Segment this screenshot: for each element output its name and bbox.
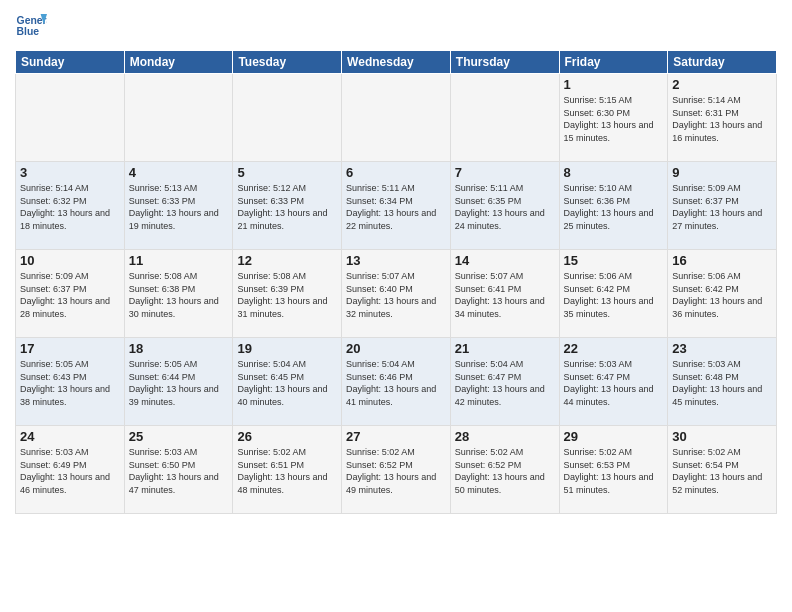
day-info: Sunrise: 5:10 AMSunset: 6:36 PMDaylight:… — [564, 182, 664, 232]
calendar-cell: 4Sunrise: 5:13 AMSunset: 6:33 PMDaylight… — [124, 162, 233, 250]
weekday-monday: Monday — [124, 51, 233, 74]
day-info: Sunrise: 5:08 AMSunset: 6:38 PMDaylight:… — [129, 270, 229, 320]
day-info: Sunrise: 5:07 AMSunset: 6:40 PMDaylight:… — [346, 270, 446, 320]
day-info: Sunrise: 5:02 AMSunset: 6:51 PMDaylight:… — [237, 446, 337, 496]
day-info: Sunrise: 5:11 AMSunset: 6:35 PMDaylight:… — [455, 182, 555, 232]
weekday-thursday: Thursday — [450, 51, 559, 74]
day-number: 30 — [672, 429, 772, 444]
weekday-sunday: Sunday — [16, 51, 125, 74]
logo: General Blue — [15, 10, 47, 42]
calendar-week-4: 17Sunrise: 5:05 AMSunset: 6:43 PMDayligh… — [16, 338, 777, 426]
calendar-cell — [16, 74, 125, 162]
day-number: 26 — [237, 429, 337, 444]
calendar-week-1: 1Sunrise: 5:15 AMSunset: 6:30 PMDaylight… — [16, 74, 777, 162]
day-number: 6 — [346, 165, 446, 180]
calendar-cell: 27Sunrise: 5:02 AMSunset: 6:52 PMDayligh… — [342, 426, 451, 514]
day-info: Sunrise: 5:02 AMSunset: 6:52 PMDaylight:… — [346, 446, 446, 496]
day-number: 12 — [237, 253, 337, 268]
calendar-cell: 3Sunrise: 5:14 AMSunset: 6:32 PMDaylight… — [16, 162, 125, 250]
calendar-cell: 23Sunrise: 5:03 AMSunset: 6:48 PMDayligh… — [668, 338, 777, 426]
calendar-cell: 25Sunrise: 5:03 AMSunset: 6:50 PMDayligh… — [124, 426, 233, 514]
calendar-cell: 1Sunrise: 5:15 AMSunset: 6:30 PMDaylight… — [559, 74, 668, 162]
day-number: 10 — [20, 253, 120, 268]
calendar-cell: 18Sunrise: 5:05 AMSunset: 6:44 PMDayligh… — [124, 338, 233, 426]
day-info: Sunrise: 5:15 AMSunset: 6:30 PMDaylight:… — [564, 94, 664, 144]
day-number: 18 — [129, 341, 229, 356]
svg-text:Blue: Blue — [17, 26, 40, 37]
calendar-body: 1Sunrise: 5:15 AMSunset: 6:30 PMDaylight… — [16, 74, 777, 514]
day-info: Sunrise: 5:05 AMSunset: 6:44 PMDaylight:… — [129, 358, 229, 408]
calendar-cell — [450, 74, 559, 162]
day-info: Sunrise: 5:03 AMSunset: 6:48 PMDaylight:… — [672, 358, 772, 408]
day-number: 4 — [129, 165, 229, 180]
day-number: 17 — [20, 341, 120, 356]
calendar-cell: 7Sunrise: 5:11 AMSunset: 6:35 PMDaylight… — [450, 162, 559, 250]
calendar-week-3: 10Sunrise: 5:09 AMSunset: 6:37 PMDayligh… — [16, 250, 777, 338]
day-info: Sunrise: 5:03 AMSunset: 6:47 PMDaylight:… — [564, 358, 664, 408]
day-number: 14 — [455, 253, 555, 268]
day-info: Sunrise: 5:11 AMSunset: 6:34 PMDaylight:… — [346, 182, 446, 232]
day-number: 28 — [455, 429, 555, 444]
calendar-week-2: 3Sunrise: 5:14 AMSunset: 6:32 PMDaylight… — [16, 162, 777, 250]
day-info: Sunrise: 5:06 AMSunset: 6:42 PMDaylight:… — [672, 270, 772, 320]
day-info: Sunrise: 5:09 AMSunset: 6:37 PMDaylight:… — [672, 182, 772, 232]
day-number: 15 — [564, 253, 664, 268]
calendar-cell: 14Sunrise: 5:07 AMSunset: 6:41 PMDayligh… — [450, 250, 559, 338]
day-number: 19 — [237, 341, 337, 356]
weekday-header-row: SundayMondayTuesdayWednesdayThursdayFrid… — [16, 51, 777, 74]
day-number: 29 — [564, 429, 664, 444]
page-header: General Blue — [15, 10, 777, 42]
weekday-tuesday: Tuesday — [233, 51, 342, 74]
calendar-cell: 2Sunrise: 5:14 AMSunset: 6:31 PMDaylight… — [668, 74, 777, 162]
day-number: 20 — [346, 341, 446, 356]
day-info: Sunrise: 5:09 AMSunset: 6:37 PMDaylight:… — [20, 270, 120, 320]
calendar-cell: 11Sunrise: 5:08 AMSunset: 6:38 PMDayligh… — [124, 250, 233, 338]
calendar-cell: 6Sunrise: 5:11 AMSunset: 6:34 PMDaylight… — [342, 162, 451, 250]
calendar-cell: 12Sunrise: 5:08 AMSunset: 6:39 PMDayligh… — [233, 250, 342, 338]
day-number: 11 — [129, 253, 229, 268]
calendar-header: SundayMondayTuesdayWednesdayThursdayFrid… — [16, 51, 777, 74]
calendar-cell: 26Sunrise: 5:02 AMSunset: 6:51 PMDayligh… — [233, 426, 342, 514]
day-info: Sunrise: 5:14 AMSunset: 6:32 PMDaylight:… — [20, 182, 120, 232]
calendar-cell: 16Sunrise: 5:06 AMSunset: 6:42 PMDayligh… — [668, 250, 777, 338]
day-number: 23 — [672, 341, 772, 356]
day-info: Sunrise: 5:02 AMSunset: 6:52 PMDaylight:… — [455, 446, 555, 496]
calendar-cell: 17Sunrise: 5:05 AMSunset: 6:43 PMDayligh… — [16, 338, 125, 426]
day-number: 25 — [129, 429, 229, 444]
day-info: Sunrise: 5:07 AMSunset: 6:41 PMDaylight:… — [455, 270, 555, 320]
calendar-cell: 5Sunrise: 5:12 AMSunset: 6:33 PMDaylight… — [233, 162, 342, 250]
day-number: 8 — [564, 165, 664, 180]
day-number: 9 — [672, 165, 772, 180]
day-number: 16 — [672, 253, 772, 268]
day-info: Sunrise: 5:02 AMSunset: 6:53 PMDaylight:… — [564, 446, 664, 496]
weekday-friday: Friday — [559, 51, 668, 74]
day-info: Sunrise: 5:04 AMSunset: 6:45 PMDaylight:… — [237, 358, 337, 408]
calendar-week-5: 24Sunrise: 5:03 AMSunset: 6:49 PMDayligh… — [16, 426, 777, 514]
day-number: 27 — [346, 429, 446, 444]
calendar-cell: 13Sunrise: 5:07 AMSunset: 6:40 PMDayligh… — [342, 250, 451, 338]
calendar-cell: 8Sunrise: 5:10 AMSunset: 6:36 PMDaylight… — [559, 162, 668, 250]
day-info: Sunrise: 5:12 AMSunset: 6:33 PMDaylight:… — [237, 182, 337, 232]
calendar-cell: 10Sunrise: 5:09 AMSunset: 6:37 PMDayligh… — [16, 250, 125, 338]
weekday-wednesday: Wednesday — [342, 51, 451, 74]
calendar-cell — [342, 74, 451, 162]
calendar-cell: 20Sunrise: 5:04 AMSunset: 6:46 PMDayligh… — [342, 338, 451, 426]
day-info: Sunrise: 5:13 AMSunset: 6:33 PMDaylight:… — [129, 182, 229, 232]
calendar-cell: 30Sunrise: 5:02 AMSunset: 6:54 PMDayligh… — [668, 426, 777, 514]
calendar-cell — [233, 74, 342, 162]
day-number: 13 — [346, 253, 446, 268]
day-info: Sunrise: 5:14 AMSunset: 6:31 PMDaylight:… — [672, 94, 772, 144]
calendar-cell: 21Sunrise: 5:04 AMSunset: 6:47 PMDayligh… — [450, 338, 559, 426]
day-info: Sunrise: 5:04 AMSunset: 6:46 PMDaylight:… — [346, 358, 446, 408]
calendar-cell: 28Sunrise: 5:02 AMSunset: 6:52 PMDayligh… — [450, 426, 559, 514]
calendar-cell — [124, 74, 233, 162]
weekday-saturday: Saturday — [668, 51, 777, 74]
calendar-cell: 24Sunrise: 5:03 AMSunset: 6:49 PMDayligh… — [16, 426, 125, 514]
day-number: 2 — [672, 77, 772, 92]
day-info: Sunrise: 5:03 AMSunset: 6:49 PMDaylight:… — [20, 446, 120, 496]
day-info: Sunrise: 5:05 AMSunset: 6:43 PMDaylight:… — [20, 358, 120, 408]
day-info: Sunrise: 5:02 AMSunset: 6:54 PMDaylight:… — [672, 446, 772, 496]
calendar-cell: 19Sunrise: 5:04 AMSunset: 6:45 PMDayligh… — [233, 338, 342, 426]
day-number: 21 — [455, 341, 555, 356]
day-info: Sunrise: 5:04 AMSunset: 6:47 PMDaylight:… — [455, 358, 555, 408]
